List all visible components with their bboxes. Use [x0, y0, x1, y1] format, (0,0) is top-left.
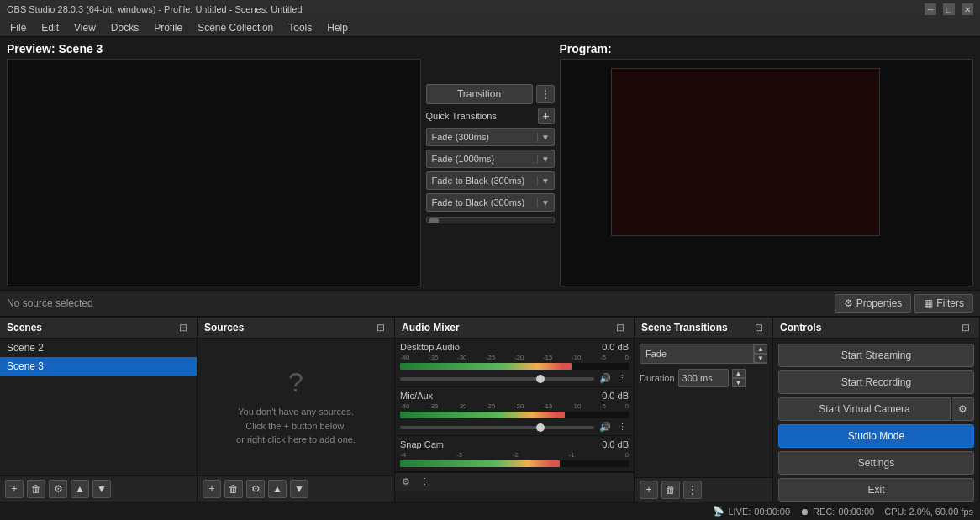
dropdown-arrow-icon[interactable]: ▼ — [537, 198, 554, 207]
settings-button[interactable]: Settings — [778, 451, 974, 475]
menu-file[interactable]: File — [3, 20, 33, 35]
program-canvas-inner — [611, 68, 880, 236]
transition-dropdown-2[interactable]: Fade (1000ms) ▼ — [426, 150, 555, 168]
sources-panel-menu-icon[interactable]: ⊟ — [374, 321, 387, 334]
transitions-panel-menu-icon[interactable]: ⊟ — [752, 321, 766, 334]
mic-volume-slider[interactable] — [400, 426, 594, 429]
transition-top-row: Transition ⋮ — [426, 84, 555, 104]
scene-transitions-panel: Scene Transitions ⊟ Fade ▲ ▼ Duration 30… — [635, 318, 773, 502]
duration-down-button[interactable]: ▼ — [732, 378, 746, 387]
source-down-button[interactable]: ▼ — [290, 480, 308, 498]
rec-icon: ⏺ — [800, 507, 809, 517]
menu-profile[interactable]: Profile — [147, 20, 189, 35]
menu-edit[interactable]: Edit — [34, 20, 66, 35]
duration-input[interactable]: 300 ms — [678, 369, 729, 387]
controls-panel-header: Controls ⊟ — [773, 318, 979, 339]
fade-up-button[interactable]: ▲ — [754, 344, 767, 354]
transition-dropdown-3[interactable]: Fade to Black (300ms) ▼ — [426, 171, 555, 190]
scrollbar[interactable] — [426, 217, 555, 223]
audio-panel-menu-icon[interactable]: ⊟ — [614, 321, 627, 334]
source-settings-button[interactable]: ⚙ — [246, 480, 265, 498]
scene-item-active[interactable]: Scene 3 — [0, 357, 197, 376]
mic-audio-db: 0.0 dB — [602, 391, 629, 401]
virtual-camera-settings-icon[interactable]: ⚙ — [952, 397, 974, 421]
studio-mode-button[interactable]: Studio Mode — [778, 424, 974, 448]
dropdown-arrow-icon[interactable]: ▼ — [537, 133, 554, 142]
menu-docks[interactable]: Docks — [104, 20, 145, 35]
source-up-button[interactable]: ▲ — [268, 480, 287, 498]
close-button[interactable]: ✕ — [962, 3, 973, 15]
sources-empty[interactable]: ? You don't have any sources. Click the … — [198, 339, 394, 475]
mic-meter-scale: -40-35-30-25-20-15-10-50 — [400, 402, 629, 410]
minimize-button[interactable]: ─ — [925, 3, 936, 15]
audio-menu-button[interactable]: ⋮ — [419, 475, 431, 488]
dropdown-arrow-icon[interactable]: ▼ — [537, 155, 554, 164]
mic-audio-meter — [400, 412, 629, 418]
fade-select[interactable]: Fade ▲ ▼ — [640, 344, 767, 364]
transitions-menu-button[interactable]: ⋮ — [683, 481, 702, 499]
controls-panel-menu-icon[interactable]: ⊟ — [959, 321, 972, 334]
controls-content: Start Streaming Start Recording Start Vi… — [773, 339, 979, 507]
desktop-mute-button[interactable]: 🔊 — [598, 372, 613, 385]
start-streaming-button[interactable]: Start Streaming — [778, 344, 974, 367]
cpu-label: CPU: 2.0%, 60.00 fps — [884, 507, 973, 517]
menu-view[interactable]: View — [67, 20, 103, 35]
add-source-button[interactable]: + — [203, 480, 221, 498]
titlebar-controls: ─ □ ✕ — [925, 3, 973, 15]
audio-channel-snap: Snap Cam 0.0 dB -4-3-2-10 — [395, 436, 634, 472]
properties-button[interactable]: ⚙ Properties — [835, 294, 912, 313]
mic-mute-button[interactable]: 🔊 — [598, 421, 613, 433]
duration-row: Duration 300 ms ▲ ▼ — [640, 369, 767, 387]
desktop-audio-menu-button[interactable]: ⋮ — [616, 372, 629, 385]
maximize-button[interactable]: □ — [943, 3, 955, 15]
add-transition-footer-button[interactable]: + — [640, 481, 658, 499]
snap-audio-meter-bar — [400, 460, 560, 467]
preview-canvas[interactable] — [7, 59, 421, 286]
menu-help[interactable]: Help — [320, 20, 355, 35]
gear-icon: ⚙ — [844, 297, 853, 309]
transitions-content: Fade ▲ ▼ Duration 300 ms ▲ ▼ — [635, 339, 772, 477]
controls-panel: Controls ⊟ Start Streaming Start Recordi… — [773, 318, 980, 502]
transition-panel: Transition ⋮ Quick Transitions + Fade (3… — [421, 40, 560, 286]
mic-audio-menu-button[interactable]: ⋮ — [616, 421, 629, 433]
scene-up-button[interactable]: ▲ — [71, 480, 89, 498]
start-recording-button[interactable]: Start Recording — [778, 370, 974, 394]
remove-scene-button[interactable]: 🗑 — [27, 480, 45, 498]
audio-mixer-panel: Audio Mixer ⊟ Desktop Audio 0.0 dB -40-3… — [395, 318, 635, 502]
audio-panel-title: Audio Mixer — [402, 322, 460, 334]
fade-down-button[interactable]: ▼ — [754, 354, 767, 363]
remove-transition-button[interactable]: 🗑 — [661, 481, 680, 499]
scenes-panel-footer: + 🗑 ⚙ ▲ ▼ — [0, 475, 197, 502]
scene-settings-button[interactable]: ⚙ — [49, 480, 67, 498]
start-virtual-camera-button[interactable]: Start Virtual Camera — [778, 397, 951, 421]
scenes-panel-menu-icon[interactable]: ⊟ — [177, 321, 190, 334]
transition-button[interactable]: Transition — [426, 84, 533, 104]
transition-menu-icon[interactable]: ⋮ — [536, 85, 555, 103]
quick-transitions-label: Quick Transitions — [426, 111, 497, 121]
menu-tools[interactable]: Tools — [282, 20, 319, 35]
live-icon: 📡 — [713, 506, 724, 517]
preview-section: Preview: Scene 3 — [7, 40, 421, 286]
menu-scene-collection[interactable]: Scene Collection — [191, 20, 280, 35]
exit-button[interactable]: Exit — [778, 478, 974, 502]
remove-source-button[interactable]: 🗑 — [224, 480, 243, 498]
desktop-volume-thumb — [536, 375, 545, 383]
filters-button[interactable]: ▦ Filters — [914, 294, 973, 313]
dropdown-arrow-icon[interactable]: ▼ — [537, 176, 554, 186]
transition-dropdown-1[interactable]: Fade (300ms) ▼ — [426, 128, 555, 146]
scene-item[interactable]: Scene 2 — [0, 339, 197, 357]
add-transition-button[interactable]: + — [538, 108, 555, 124]
filter-icon: ▦ — [924, 297, 933, 309]
audio-settings-button[interactable]: ⚙ — [400, 475, 412, 488]
add-scene-button[interactable]: + — [5, 480, 24, 498]
menubar: File Edit View Docks Profile Scene Colle… — [0, 18, 980, 37]
scene-down-button[interactable]: ▼ — [92, 480, 111, 498]
duration-up-button[interactable]: ▲ — [732, 369, 746, 378]
desktop-volume-slider[interactable] — [400, 377, 594, 381]
transition-dropdown-4[interactable]: Fade to Black (300ms) ▼ — [426, 193, 555, 212]
statusbar: 📡 LIVE: 00:00:00 ⏺ REC: 00:00:00 CPU: 2.… — [0, 502, 980, 520]
program-canvas[interactable] — [560, 59, 974, 286]
sources-empty-text: You don't have any sources. Click the + … — [236, 405, 356, 447]
sources-panel-footer: + 🗑 ⚙ ▲ ▼ — [198, 475, 394, 502]
status-live: 📡 LIVE: 00:00:00 — [713, 506, 790, 517]
